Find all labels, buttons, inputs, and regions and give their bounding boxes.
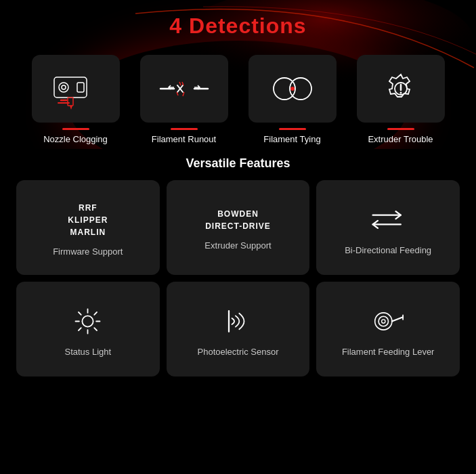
svg-point-13 [399, 92, 402, 94]
feature-card-filament-feeding-lever: Filament Feeding Lever [316, 282, 460, 376]
svg-point-14 [83, 316, 93, 326]
svg-line-20 [95, 328, 98, 330]
svg-rect-5 [68, 98, 73, 106]
svg-point-10 [290, 87, 295, 91]
svg-rect-4 [77, 83, 84, 92]
status-light-icon [68, 305, 108, 339]
nozzle-clogging-label: Nozzle Clogging [43, 134, 108, 144]
filament-runout-red-line [171, 128, 198, 130]
filament-feeding-lever-label: Filament Feeding Lever [342, 347, 435, 357]
svg-line-22 [79, 328, 81, 330]
feature-card-bi-directional: Bi-Directional Feeding [316, 180, 460, 275]
filament-runout-label: Filament Runout [152, 134, 216, 144]
detection-item-nozzle-clogging: Nozzle Clogging [26, 55, 126, 144]
photoelectric-sensor-icon [217, 305, 258, 339]
svg-point-24 [374, 313, 391, 330]
bi-directional-label: Bi-Directional Feeding [345, 245, 431, 255]
detection-item-filament-tying: Filament Tying [242, 55, 343, 144]
svg-point-2 [59, 83, 68, 92]
extruder-support-label: Extruder Support [204, 240, 271, 251]
filament-tying-icon-box [248, 55, 337, 123]
features-grid: RRFKLIPPERMARLIN Firmware Support BOWDEN… [11, 180, 465, 376]
main-container: 4 Detections Noz [0, 0, 476, 387]
detection-item-extruder-trouble: Extruder Trouble [351, 55, 451, 144]
svg-line-27 [392, 317, 403, 321]
status-light-label: Status Light [65, 347, 112, 357]
feature-card-firmware-support: RRFKLIPPERMARLIN Firmware Support [16, 180, 160, 275]
photoelectric-sensor-label: Photoelectric Sensor [198, 347, 279, 357]
extruder-trouble-red-line [387, 128, 414, 130]
filament-feeding-lever-icon [368, 305, 408, 339]
svg-line-21 [95, 312, 98, 315]
extruder-trouble-label: Extruder Trouble [368, 134, 433, 144]
filament-runout-icon-box [140, 55, 228, 123]
page-title: 4 Detections [11, 14, 465, 39]
features-section-title: Versatile Features [11, 156, 465, 171]
svg-point-3 [62, 85, 66, 89]
svg-point-25 [378, 316, 388, 326]
firmware-text: RRFKLIPPERMARLIN [68, 202, 108, 238]
nozzle-clogging-red-line [62, 128, 89, 130]
feature-card-photoelectric-sensor: Photoelectric Sensor [167, 282, 310, 376]
extruder-text: BOWDENDIRECT-DRIVE [205, 208, 271, 232]
svg-point-26 [381, 320, 385, 323]
nozzle-clogging-icon-box [32, 55, 120, 123]
feature-card-status-light: Status Light [16, 282, 160, 376]
filament-tying-red-line [279, 128, 306, 130]
filament-tying-label: Filament Tying [263, 134, 320, 144]
feature-card-extruder-support: BOWDENDIRECT-DRIVE Extruder Support [167, 180, 310, 275]
extruder-trouble-icon-box [357, 55, 445, 123]
firmware-support-label: Firmware Support [53, 246, 123, 257]
detections-row: Nozzle Clogging [11, 55, 465, 144]
detection-item-filament-runout: Filament Runout [134, 55, 234, 144]
bi-directional-icon [368, 203, 408, 237]
svg-line-19 [79, 312, 81, 315]
